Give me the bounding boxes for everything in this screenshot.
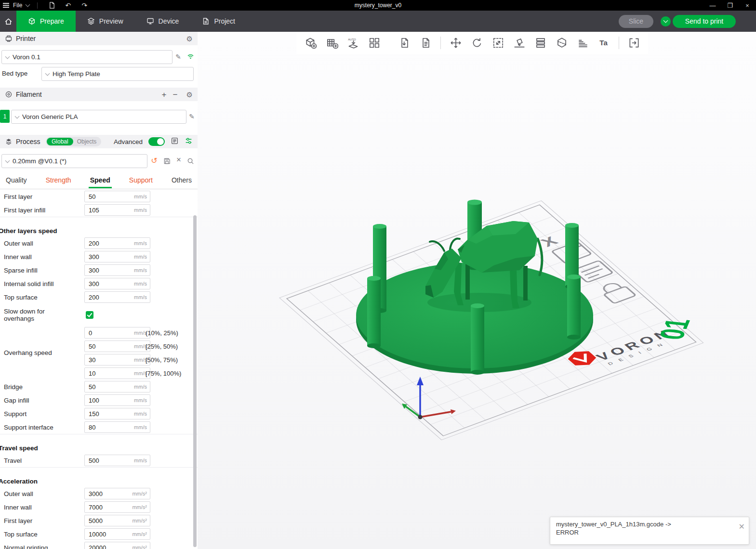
first-layer-accel-input[interactable]: 5000 mm/s² (84, 515, 150, 526)
advanced-toggle[interactable] (148, 137, 165, 146)
notification-toast: mystery_tower_v0_PLA_1h13m.gcode -> ERRO… (550, 517, 749, 545)
support-interface-speed-input[interactable]: 80 mm/s (84, 421, 150, 433)
process-tune-icon[interactable] (185, 137, 193, 146)
sparse-infill-speed-input[interactable]: 300 mm/s (84, 264, 150, 276)
filament-settings-gear-icon[interactable]: ⚙ (186, 91, 193, 98)
add-filament-icon[interactable]: + (160, 91, 168, 99)
send-to-print-button[interactable]: Send to print (673, 15, 736, 28)
lay-flat-icon[interactable] (511, 35, 528, 52)
overhang-speed-input-4[interactable]: 10 mm/s (84, 367, 150, 379)
add-plate-icon[interactable] (323, 35, 340, 52)
scope-global[interactable]: Global (47, 138, 73, 145)
scale-icon[interactable] (490, 35, 506, 52)
undo-icon[interactable]: ↶ (62, 0, 74, 10)
process-tab-others[interactable]: Others (172, 176, 192, 184)
preset-search-icon[interactable] (186, 157, 195, 165)
remove-filament-icon[interactable]: − (172, 91, 179, 99)
viewport-3d[interactable]: X VORON D E S I G N 01 (198, 32, 756, 549)
preset-clear-icon[interactable]: × (174, 156, 183, 164)
bed-type-select[interactable]: High Temp Plate (41, 67, 194, 81)
section-other-layers-speed: Other layers speed (0, 217, 198, 236)
tab-prepare[interactable]: Prepare (16, 11, 76, 32)
slow-down-overhangs-checkbox[interactable] (86, 311, 93, 319)
move-icon[interactable] (447, 35, 464, 52)
top-surface-speed-input[interactable]: 200 mm/s (84, 291, 150, 303)
printer-wifi-icon[interactable] (186, 52, 195, 61)
process-preset-select[interactable]: 0.20mm @V0.1 (*) (1, 154, 147, 168)
close-icon[interactable]: × (739, 0, 756, 11)
minimize-icon[interactable]: — (704, 0, 721, 11)
rotate-icon[interactable] (468, 35, 485, 52)
inner-wall-speed-input[interactable]: 300 mm/s (84, 251, 150, 262)
outer-wall-accel-input[interactable]: 3000 mm/s² (84, 488, 150, 499)
setting-value: 100 (89, 397, 99, 404)
printer-edit-icon[interactable]: ✎ (174, 52, 183, 61)
process-tab-speed[interactable]: Speed (90, 176, 110, 184)
printer-select[interactable]: Voron 0.1 (1, 50, 172, 64)
first-layer-infill-speed-input[interactable]: 105 mm/s (84, 204, 150, 216)
overhang-speed-input-2[interactable]: 50 mm/s (84, 340, 150, 352)
toast-close-icon[interactable]: ✕ (739, 523, 745, 531)
setting-value: 50 (89, 343, 95, 350)
speed-settings-panel: First layer 50 mm/s First layer infill 1… (0, 189, 198, 549)
overhang-speed-input-1[interactable]: 0 mm/s (84, 327, 150, 339)
variable-layer-height-icon[interactable] (574, 35, 591, 52)
file-menu[interactable]: File (13, 2, 22, 9)
tab-device[interactable]: Device (135, 11, 191, 32)
print-options-chevron-icon[interactable] (661, 16, 671, 26)
parameter-list-icon[interactable] (171, 137, 179, 146)
bridge-speed-input[interactable]: 50 mm/s (84, 381, 150, 392)
left-panel: Printer ⚙ Voron 0.1 ✎ Bed type High Temp… (0, 32, 198, 549)
setting-unit: mm/s (134, 370, 147, 376)
file-menu-chevron-icon[interactable] (26, 2, 30, 7)
tab-preview[interactable]: Preview (76, 11, 135, 32)
redo-icon[interactable]: ↷ (78, 0, 91, 10)
new-project-icon[interactable] (45, 0, 58, 10)
home-icon[interactable] (0, 11, 16, 32)
text-tool-icon[interactable]: Ta (596, 35, 612, 52)
arrange-icon[interactable] (366, 35, 383, 52)
filament-select[interactable]: Voron Generic PLA (11, 110, 186, 124)
split-to-parts-icon[interactable] (553, 35, 570, 52)
internal-solid-infill-speed-input[interactable]: 300 mm/s (84, 278, 150, 289)
support-speed-input[interactable]: 150 mm/s (84, 408, 150, 419)
process-tab-quality[interactable]: Quality (6, 176, 27, 184)
process-tab-support[interactable]: Support (129, 176, 153, 184)
inner-wall-accel-input[interactable]: 7000 mm/s² (84, 501, 150, 513)
normal-printing-accel-input[interactable]: 20000 mm/s² (84, 542, 150, 549)
assembly-view-icon[interactable] (625, 35, 642, 52)
setting-row-travel: Travel 500 mm/s (0, 454, 198, 467)
slice-button[interactable]: Slice (619, 15, 653, 28)
scene-3d[interactable]: X VORON D E S I G N 01 (198, 32, 756, 549)
process-scope-toggle[interactable]: Global Objects (46, 137, 101, 146)
filament-edit-icon[interactable]: ✎ (187, 112, 196, 121)
setting-label: Top surface (4, 531, 81, 538)
setting-label: Sparse infill (4, 267, 81, 274)
outer-wall-speed-input[interactable]: 200 mm/s (84, 237, 150, 249)
travel-speed-input[interactable]: 500 mm/s (84, 455, 150, 466)
import-file-icon[interactable] (396, 35, 413, 52)
overhang-speed-input-3[interactable]: 30 mm/s (84, 354, 150, 366)
preset-reset-icon[interactable]: ↺ (150, 156, 159, 165)
auto-orient-icon[interactable]: AUTO (345, 35, 361, 52)
tab-project[interactable]: Project (190, 11, 247, 32)
printer-settings-gear-icon[interactable]: ⚙ (186, 35, 193, 42)
toolbar-divider (619, 37, 619, 49)
menu-icon[interactable] (3, 3, 9, 8)
model-post-front-left[interactable] (367, 276, 381, 348)
split-to-objects-icon[interactable] (532, 35, 549, 52)
gap-infill-speed-input[interactable]: 100 mm/s (84, 394, 150, 406)
filament-slot-badge[interactable]: 1 (0, 110, 10, 123)
maximize-icon[interactable]: ❐ (721, 0, 739, 11)
settings-scrollbar[interactable] (193, 215, 197, 547)
setting-value: 30 (89, 356, 95, 364)
add-object-icon[interactable] (302, 35, 319, 52)
import-gcode-icon[interactable] (417, 35, 434, 52)
first-layer-speed-input[interactable]: 50 mm/s (84, 191, 150, 202)
model-post-front-center[interactable] (471, 303, 484, 375)
top-surface-accel-input[interactable]: 10000 mm/s² (84, 528, 150, 540)
process-tab-strength[interactable]: Strength (46, 176, 71, 184)
scope-objects[interactable]: Objects (73, 138, 101, 145)
model-post-front-right[interactable] (567, 274, 581, 340)
preset-save-icon[interactable] (162, 157, 171, 165)
